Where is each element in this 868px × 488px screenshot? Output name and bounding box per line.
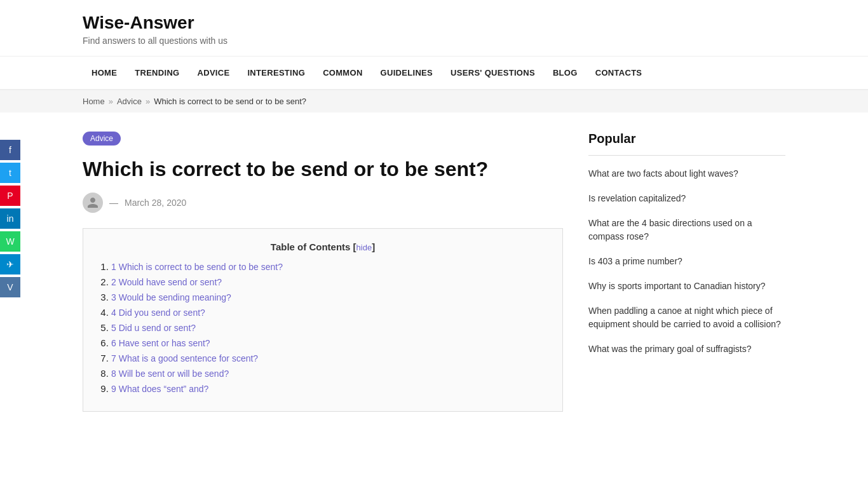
- toc-item[interactable]: 8 Will be sent or will be send?: [111, 369, 229, 379]
- toc-title: Table of Contents [hide]: [98, 241, 547, 252]
- social-twitter-button[interactable]: t: [0, 163, 20, 183]
- toc-item[interactable]: 7 What is a good sentence for scent?: [111, 353, 258, 363]
- popular-item: Is 403 a prime number?: [588, 255, 785, 268]
- main-content: Advice Which is correct to be send or to…: [0, 112, 868, 444]
- toc-list-item: 7 What is a good sentence for scent?: [111, 353, 547, 363]
- social-whatsapp-button[interactable]: W: [0, 231, 20, 252]
- article-badge[interactable]: Advice: [83, 132, 121, 146]
- toc-item[interactable]: 3 Would be sending meaning?: [111, 292, 231, 302]
- nav-item-users--questions[interactable]: USERS' QUESTIONS: [442, 57, 544, 89]
- popular-item-link[interactable]: What are the 4 basic directions used on …: [588, 218, 752, 241]
- toc-hide-link[interactable]: hide: [356, 243, 372, 252]
- social-facebook-button[interactable]: f: [0, 140, 20, 160]
- breadcrumb-sep1: »: [109, 97, 113, 106]
- popular-item-link[interactable]: Is 403 a prime number?: [588, 256, 682, 266]
- toc-item[interactable]: 6 Have sent or has sent?: [111, 338, 210, 348]
- popular-item: Is revelation capitalized?: [588, 192, 785, 205]
- popular-item-link[interactable]: Why is sports important to Canadian hist…: [588, 281, 766, 291]
- sidebar-divider: [588, 155, 785, 156]
- popular-item: When paddling a canoe at night which pie…: [588, 304, 785, 331]
- site-header: Wise-Answer Find answers to all question…: [0, 0, 868, 57]
- breadcrumb-home[interactable]: Home: [83, 97, 105, 106]
- social-sidebar: ftPinW✈V: [0, 140, 20, 297]
- toc-list-item: 4 Did you send or sent?: [111, 307, 547, 318]
- article-date: March 28, 2020: [125, 198, 186, 208]
- nav-item-blog[interactable]: BLOG: [544, 57, 587, 89]
- toc-list-item: 3 Would be sending meaning?: [111, 292, 547, 302]
- popular-item: Why is sports important to Canadian hist…: [588, 280, 785, 293]
- table-of-contents: Table of Contents [hide] 1 Which is corr…: [83, 228, 563, 412]
- toc-list: 1 Which is correct to be send or to be s…: [98, 261, 547, 394]
- toc-list-item: 6 Have sent or has sent?: [111, 337, 547, 348]
- site-tagline: Find answers to all questions with us: [83, 36, 785, 46]
- nav-item-contacts[interactable]: CONTACTS: [587, 57, 651, 89]
- breadcrumb-parent[interactable]: Advice: [117, 97, 142, 106]
- toc-list-item: 8 Will be sent or will be send?: [111, 368, 547, 379]
- toc-item[interactable]: 1 Which is correct to be send or to be s…: [111, 262, 283, 272]
- popular-item-link[interactable]: Is revelation capitalized?: [588, 193, 686, 203]
- nav-item-interesting[interactable]: INTERESTING: [238, 57, 314, 89]
- popular-list: What are two facts about light waves?Is …: [588, 167, 785, 356]
- toc-item[interactable]: 5 Did u send or sent?: [111, 323, 196, 333]
- author-row: — March 28, 2020: [83, 193, 563, 213]
- toc-list-item: 1 Which is correct to be send or to be s…: [111, 261, 547, 272]
- nav-item-home[interactable]: HOME: [83, 57, 126, 89]
- breadcrumb-current: Which is correct to be send or to be sen…: [154, 97, 306, 106]
- social-vk-button[interactable]: V: [0, 277, 20, 297]
- nav-item-common[interactable]: COMMON: [314, 57, 371, 89]
- main-nav: HOMETRENDINGADVICEINTERESTINGCOMMONGUIDE…: [0, 57, 868, 90]
- author-dash: —: [109, 198, 118, 208]
- social-telegram-button[interactable]: ✈: [0, 254, 20, 274]
- toc-list-item: 2 Would have send or sent?: [111, 276, 547, 287]
- toc-item[interactable]: 2 Would have send or sent?: [111, 277, 222, 287]
- nav-item-guidelines[interactable]: GUIDELINES: [372, 57, 442, 89]
- toc-label: Table of Contents: [271, 241, 351, 252]
- popular-item: What are the 4 basic directions used on …: [588, 217, 785, 243]
- article-title: Which is correct to be send or to be sen…: [83, 157, 563, 181]
- popular-item-link[interactable]: What are two facts about light waves?: [588, 168, 738, 179]
- nav-item-advice[interactable]: ADVICE: [189, 57, 239, 89]
- popular-item-link[interactable]: What was the primary goal of suffragists…: [588, 344, 752, 354]
- toc-item[interactable]: 9 What does “sent” and?: [111, 384, 208, 394]
- popular-item-link[interactable]: When paddling a canoe at night which pie…: [588, 306, 781, 329]
- avatar: [83, 193, 103, 213]
- sidebar: Popular What are two facts about light w…: [588, 132, 785, 424]
- site-title: Wise-Answer: [83, 13, 785, 33]
- social-pinterest-button[interactable]: P: [0, 186, 20, 206]
- user-icon: [86, 196, 99, 209]
- popular-item: What are two facts about light waves?: [588, 167, 785, 180]
- breadcrumb: Home » Advice » Which is correct to be s…: [0, 90, 868, 112]
- nav-item-trending[interactable]: TRENDING: [126, 57, 188, 89]
- article-content: Advice Which is correct to be send or to…: [83, 132, 563, 424]
- toc-list-item: 9 What does “sent” and?: [111, 383, 547, 394]
- toc-item[interactable]: 4 Did you send or sent?: [111, 308, 205, 318]
- popular-title: Popular: [588, 132, 785, 146]
- breadcrumb-sep2: »: [146, 97, 150, 106]
- toc-list-item: 5 Did u send or sent?: [111, 322, 547, 333]
- social-linkedin-button[interactable]: in: [0, 208, 20, 229]
- popular-item: What was the primary goal of suffragists…: [588, 342, 785, 356]
